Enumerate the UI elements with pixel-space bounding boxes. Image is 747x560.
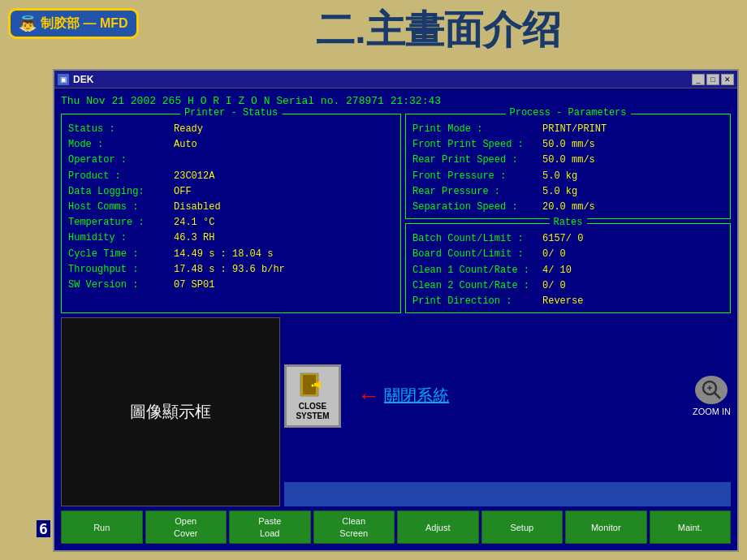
batch-count-label: Batch Count/Limit : [412,231,542,247]
image-frame-label: 圖像顯示框 [130,401,211,423]
dek-content: Thu Nov 21 2002 265 H O R I Z O N Serial… [54,88,737,550]
close-system-button[interactable]: CLOSE SYSTEM [284,364,341,428]
close-system-label: CLOSE SYSTEM [296,402,329,421]
cycle-time-label: Cycle Time : [68,247,174,262]
front-pressure-label: Front Pressure : [412,169,542,184]
front-print-speed-value: 50.0 mm/s [542,137,595,153]
host-comms-label: Host Comms : [68,200,174,215]
annotation-text: 關閉系統 [384,385,449,407]
close-button[interactable]: ✕ [721,74,734,85]
zoom-icon [695,376,728,404]
table-row: Front Print Speed : 50.0 mm/s [412,137,723,153]
zoom-in-button[interactable]: ZOOM IN [693,376,731,416]
throughput-value: 17.48 s : 93.6 b/hr [174,262,285,278]
temperature-label: Temperature : [68,215,174,230]
temperature-value: 24.1 °C [174,215,214,230]
table-row: Board Count/Limit : 0/ 0 [412,247,723,262]
front-pressure-value: 5.0 kg [542,169,577,184]
sw-version-value: 07 SP01 [174,278,214,293]
table-row: Status : Ready [68,122,394,137]
logo-angel-icon: 👼 [19,15,37,32]
svg-rect-1 [303,375,316,394]
batch-count-value: 6157/ 0 [542,231,583,247]
table-row: Product : 23C012A [68,169,394,184]
bottom-section: 圖像顯示框 [61,317,731,546]
table-row: Mode : Auto [68,137,394,153]
clean2-count-label: Clean 2 Count/Rate : [412,278,542,294]
product-value: 23C012A [174,169,214,184]
setup-button[interactable]: Setup [481,510,563,544]
dek-window-icon: ▣ [58,74,69,85]
print-direction-label: Print Direction : [412,294,542,309]
cycle-time-value: 14.49 s : 18.04 s [174,247,273,262]
table-row: Throughput : 17.48 s : 93.6 b/hr [68,262,394,278]
print-mode-value: PRINT/PRINT [542,122,607,137]
table-row: Clean 2 Count/Rate : 0/ 0 [412,278,723,294]
data-logging-value: OFF [174,184,192,200]
rear-print-speed-label: Rear Print Speed : [412,153,542,168]
adjust-button[interactable]: Adjust [397,510,479,544]
rates-content: Batch Count/Limit : 6157/ 0 Board Count/… [412,231,723,309]
board-count-label: Board Count/Limit : [412,247,542,262]
mode-label: Mode : [68,137,174,153]
image-and-controls: 圖像顯示框 [61,317,731,506]
bottom-toolbar: Run Open Cover Paste Load Clean Screen A… [61,506,731,546]
monitor-button[interactable]: Monitor [565,510,647,544]
dek-titlebar-title: DEK [73,74,692,85]
table-row: Print Direction : Reverse [412,294,723,309]
mode-value: Auto [174,137,197,153]
printer-status-title: Printer - Status [180,107,282,118]
left-number-indicator: 6 [37,520,50,537]
print-mode-label: Print Mode : [412,122,542,137]
rates-title: Rates [549,217,586,228]
table-row: Cycle Time : 14.49 s : 18.04 s [68,247,394,262]
throughput-label: Throughput : [68,262,174,278]
paste-load-button[interactable]: Paste Load [229,510,311,544]
maint-button[interactable]: Maint. [650,510,732,544]
dek-window: ▣ DEK _ □ ✕ Thu Nov 21 2002 265 H O R I … [53,69,739,552]
maximize-button[interactable]: □ [706,74,719,85]
table-row: SW Version : 07 SP01 [68,278,394,293]
status-label: Status : [68,122,174,137]
table-row: Data Logging: OFF [68,184,394,200]
zoom-label: ZOOM IN [693,407,731,416]
printer-status-content: Status : Ready Mode : Auto Operator : Pr… [68,122,394,293]
svg-rect-3 [314,383,321,386]
process-parameters-content: Print Mode : PRINT/PRINT Front Print Spe… [412,122,723,215]
info-panels: Printer - Status Status : Ready Mode : A… [61,114,731,313]
right-panels: Process - Parameters Print Mode : PRINT/… [405,114,731,313]
table-row: Host Comms : Disabled [68,200,394,215]
clean-screen-button[interactable]: Clean Screen [313,510,395,544]
humidity-label: Humidity : [68,230,174,246]
header-area: 👼 制胶部 — MFD 二.主畫面介绍 [0,0,747,65]
table-row: Rear Print Speed : 50.0 mm/s [412,153,723,168]
image-frame: 圖像顯示框 [61,317,280,506]
open-cover-button[interactable]: Open Cover [145,510,227,544]
table-row: Separation Speed : 20.0 mm/s [412,200,723,215]
table-row: Temperature : 24.1 °C [68,215,394,230]
svg-point-4 [312,384,314,386]
clean2-count-value: 0/ 0 [542,278,566,294]
titlebar-buttons: _ □ ✕ [692,74,734,85]
table-row: Front Pressure : 5.0 kg [412,169,723,184]
process-parameters-panel: Process - Parameters Print Mode : PRINT/… [405,114,731,219]
minimize-button[interactable]: _ [692,74,705,85]
table-row: Clean 1 Count/Rate : 4/ 10 [412,263,723,278]
print-direction-value: Reverse [542,294,583,309]
run-button[interactable]: Run [61,510,143,544]
separation-speed-label: Separation Speed : [412,200,542,215]
data-logging-label: Data Logging: [68,184,174,200]
product-label: Product : [68,169,174,184]
board-count-value: 0/ 0 [542,247,566,262]
rear-pressure-label: Rear Pressure : [412,184,542,200]
table-row: Print Mode : PRINT/PRINT [412,122,723,137]
table-row: Batch Count/Limit : 6157/ 0 [412,231,723,247]
table-row: Rear Pressure : 5.0 kg [412,184,723,200]
rates-panel: Rates Batch Count/Limit : 6157/ 0 Board … [405,223,731,313]
rear-pressure-value: 5.0 kg [542,184,577,200]
magnifier-icon [700,378,723,401]
process-parameters-title: Process - Parameters [505,107,630,118]
clean1-count-label: Clean 1 Count/Rate : [412,263,542,278]
table-row: Humidity : 46.3 RH [68,230,394,246]
upper-controls: CLOSE SYSTEM ← 關閉系統 [284,317,731,474]
